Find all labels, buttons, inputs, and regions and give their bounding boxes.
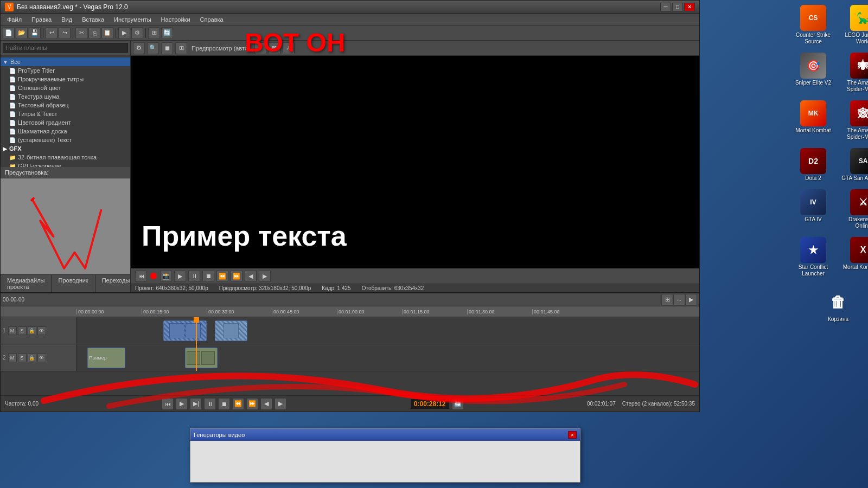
tree-item-scroll[interactable]: 📄 Прокручиваемые титры bbox=[1, 75, 130, 84]
track-clip-2a[interactable]: Пример bbox=[87, 348, 125, 368]
tb-render2[interactable]: ⚙ bbox=[131, 27, 143, 39]
tb-render[interactable]: ▶ bbox=[118, 27, 130, 39]
transport-start[interactable]: ⏮ bbox=[162, 398, 174, 410]
ruler-15: 00:00:15:00 bbox=[142, 309, 207, 314]
menu-file[interactable]: Файл bbox=[3, 15, 26, 24]
preview-pause[interactable]: ⏸ bbox=[188, 270, 200, 282]
trash-label: Корзина bbox=[828, 316, 848, 323]
track-clip-2b[interactable] bbox=[185, 348, 218, 368]
lego-label: LEGO Jurassic World bbox=[841, 32, 868, 45]
tb-loop[interactable]: 🔄 bbox=[161, 27, 173, 39]
desktop-icon-star-conflict[interactable]: ★ Star Conflict Launcher bbox=[789, 235, 838, 279]
preview-stop[interactable]: ⏹ bbox=[202, 270, 214, 282]
tree-item-legacy[interactable]: 📄 (устаревшее) Текст bbox=[1, 136, 130, 144]
preview-settings[interactable]: ⚙ bbox=[133, 42, 145, 54]
tab-media[interactable]: Медиафайлы проекта bbox=[1, 275, 52, 292]
tb-open[interactable]: 📂 bbox=[16, 27, 28, 39]
transport-play[interactable]: ▶ bbox=[176, 398, 188, 410]
tb-save[interactable]: 💾 bbox=[29, 27, 41, 39]
preview-display[interactable]: ◼ bbox=[161, 42, 173, 54]
preview-prev-frame[interactable]: ◀ bbox=[245, 270, 257, 282]
menu-settings[interactable]: Настройки bbox=[157, 15, 195, 24]
tree-item-solid[interactable]: 📄 Сплошной цвет bbox=[1, 84, 130, 92]
transport-play-sel[interactable]: ▶| bbox=[190, 398, 202, 410]
menu-tools[interactable]: Инструменты bbox=[110, 15, 156, 24]
desktop-icon-gta4[interactable]: IV GTA IV bbox=[789, 187, 838, 232]
plugin-search-input[interactable] bbox=[3, 43, 128, 53]
desktop-icon-mortal1[interactable]: MK Mortal Kombat bbox=[789, 98, 838, 143]
tb-paste[interactable]: 📋 bbox=[101, 27, 113, 39]
window-title: Без названия2.veg * - Vegas Pro 12.0 bbox=[17, 3, 660, 11]
preview-zoom[interactable]: 🔍 bbox=[147, 42, 159, 54]
transport-next-frame[interactable]: ▶ bbox=[275, 398, 286, 410]
track-clip-1a[interactable] bbox=[163, 320, 207, 341]
timeline-scroll-right[interactable]: ▶ bbox=[685, 294, 697, 306]
timeline-btn2[interactable]: ↔ bbox=[673, 294, 685, 306]
menu-edit[interactable]: Правка bbox=[27, 15, 56, 24]
tb-redo[interactable]: ↪ bbox=[59, 27, 71, 39]
transport-prev-mark[interactable]: ⏪ bbox=[232, 398, 244, 410]
track-mute-1[interactable]: M bbox=[8, 326, 17, 335]
tb-undo[interactable]: ↩ bbox=[46, 27, 58, 39]
desktop-icon-lego[interactable]: 🦕 LEGO Jurassic World bbox=[839, 3, 868, 47]
desktop-icon-trash[interactable]: 🗑 Корзина bbox=[814, 287, 863, 325]
menu-insert[interactable]: Вставка bbox=[78, 15, 108, 24]
preview-prev[interactable]: ⏪ bbox=[216, 270, 228, 282]
timeline-btn1[interactable]: ⊞ bbox=[661, 294, 673, 306]
desktop-icon-mortal-x[interactable]: X Mortal Kombat X bbox=[839, 235, 868, 279]
close-button[interactable]: ✕ bbox=[684, 3, 695, 11]
desktop-icon-sniper[interactable]: 🎯 Sniper Elite V2 bbox=[789, 50, 838, 95]
desktop-icons-row-trash: 🗑 Корзина bbox=[814, 287, 863, 325]
tree-item-gpu[interactable]: 📁 GPU-ускорение bbox=[1, 162, 130, 167]
tree-item-protype[interactable]: 📄 ProType Titler bbox=[1, 66, 130, 75]
preview-play-start[interactable]: ⏮ bbox=[135, 270, 147, 282]
transport-pause[interactable]: ⏸ bbox=[204, 398, 216, 410]
track-content-1[interactable] bbox=[76, 317, 699, 344]
tree-item-chess[interactable]: 📄 Шахматная доска bbox=[1, 127, 130, 136]
desktop-icon-gta-sa[interactable]: SA GTA San Andreas bbox=[839, 146, 868, 184]
tree-item-test[interactable]: 📄 Тестовый образец bbox=[1, 101, 130, 110]
track-eye-1[interactable]: 👁 bbox=[37, 326, 46, 335]
tree-item-titles[interactable]: 📄 Титры & Текст bbox=[1, 110, 130, 118]
tree-root[interactable]: ▼ Все bbox=[1, 57, 130, 66]
menu-help[interactable]: Справка bbox=[196, 15, 228, 24]
tree-item-gradient[interactable]: 📄 Цветовой градиент bbox=[1, 118, 130, 127]
track-num-2: 2 bbox=[3, 355, 6, 361]
desktop-icon-drakensang[interactable]: ⚔ Drakensang Online bbox=[839, 187, 868, 232]
track-lock-2[interactable]: 🔒 bbox=[28, 354, 36, 362]
track-eye-2[interactable]: 👁 bbox=[37, 354, 46, 362]
preview-play[interactable]: ▶ bbox=[174, 270, 186, 282]
tb-cut[interactable]: ✂ bbox=[75, 27, 87, 39]
minimize-button[interactable]: ─ bbox=[660, 3, 671, 11]
preview-capture[interactable]: 📸 bbox=[160, 270, 172, 282]
tb-new[interactable]: 📄 bbox=[3, 27, 15, 39]
track-solo-2[interactable]: S bbox=[18, 354, 27, 362]
track-mute-2[interactable]: M bbox=[8, 354, 17, 362]
tree-item-noise[interactable]: 📄 Текстура шума bbox=[1, 92, 130, 101]
menu-view[interactable]: Вид bbox=[57, 15, 76, 24]
tree-item-32bit[interactable]: 📁 32-битная плавающая точка bbox=[1, 153, 130, 162]
track-clip-1b[interactable] bbox=[215, 320, 247, 341]
desktop-icon-dota2[interactable]: D2 Dota 2 bbox=[789, 146, 838, 184]
preview-next-frame[interactable]: ▶ bbox=[259, 270, 271, 282]
track-lock-1[interactable]: 🔒 bbox=[28, 326, 36, 335]
desktop-icon-spiderman1[interactable]: 🕷 The Amazing Spider-Man... bbox=[839, 50, 868, 95]
tab-explorer[interactable]: Проводник bbox=[52, 275, 95, 292]
tree-folder-gfx[interactable]: ▶ GFX bbox=[1, 144, 130, 153]
tb-snap[interactable]: ⊞ bbox=[148, 27, 160, 39]
track-content-2[interactable]: Пример bbox=[76, 344, 699, 371]
desktop-icon-spiderman2[interactable]: 🕸 The Amazing Spider-Man... bbox=[839, 98, 868, 143]
transport-stop[interactable]: ⏹ bbox=[218, 398, 230, 410]
transport-prev-frame[interactable]: ◀ bbox=[260, 398, 272, 410]
transport-next-mark[interactable]: ⏩ bbox=[246, 398, 258, 410]
maximize-button[interactable]: □ bbox=[672, 3, 683, 11]
loop-btn[interactable]: 🔄 bbox=[452, 398, 464, 410]
tb-copy[interactable]: ⎘ bbox=[88, 27, 100, 39]
tb-sep1 bbox=[43, 28, 43, 38]
preview-next[interactable]: ⏩ bbox=[231, 270, 242, 282]
preview-overlay[interactable]: ⊞ bbox=[175, 42, 187, 54]
drakensang-label: Drakensang Online bbox=[841, 216, 868, 229]
track-solo-1[interactable]: S bbox=[18, 326, 27, 335]
desktop-icon-counter-strike[interactable]: CS Counter Strike Source bbox=[789, 3, 838, 47]
dialog-close-button[interactable]: × bbox=[568, 431, 577, 439]
